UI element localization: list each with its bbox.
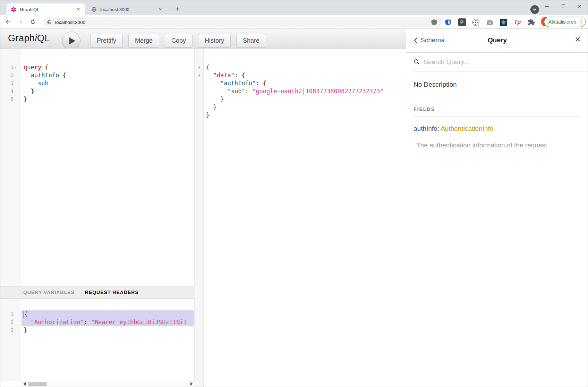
fold-spacer [195, 111, 203, 119]
gutter-line: 2 [0, 71, 21, 79]
secondary-editor-tabbar: QUERY VARIABLES REQUEST HEADERS [0, 286, 195, 299]
doc-no-description: No Description [414, 81, 581, 88]
share-button[interactable]: Share [236, 34, 266, 48]
reload-button[interactable] [28, 17, 38, 27]
ublock-icon[interactable] [430, 18, 438, 27]
prettify-button[interactable]: Prettify [90, 34, 123, 48]
maximize-button[interactable] [555, 0, 571, 12]
code-line: "Authorization": "Bearer eyJhbGciOiJSUzI… [22, 318, 194, 326]
bitwarden-icon[interactable] [444, 18, 452, 27]
gutter-line: 1 [0, 310, 21, 318]
gutter-line: 4 [0, 87, 21, 95]
scrollbar-thumb[interactable] [28, 382, 46, 386]
gutter-line: 3 [0, 79, 21, 87]
minimize-button[interactable] [539, 0, 555, 12]
tab-close-icon[interactable]: ✕ [75, 6, 82, 12]
scroll-right-arrow-icon[interactable] [190, 382, 193, 386]
tab-localhost[interactable]: localhost:3000 ✕ [87, 3, 167, 15]
code-line: } [204, 95, 406, 103]
minimize-icon [545, 6, 549, 7]
code-line: "data": { [204, 71, 406, 79]
tab-separator [169, 6, 169, 12]
tab-close-icon[interactable]: ✕ [157, 6, 163, 12]
code-line: sub [22, 79, 194, 87]
tab-graphiql[interactable]: GraphiQL ✕ [7, 3, 85, 15]
extension-icons: P Tp [430, 17, 536, 27]
query-editor-code[interactable]: query { authInfo { sub }} [22, 49, 194, 286]
new-tab-button[interactable]: + [173, 5, 182, 14]
code-line: } [22, 95, 194, 103]
execute-query-button[interactable] [62, 32, 80, 50]
chrome-update-chevron-icon[interactable] [530, 5, 539, 14]
code-line: authInfo { [22, 71, 194, 79]
horizontal-scrollbar[interactable] [22, 381, 195, 387]
globe-icon [91, 7, 97, 12]
doc-field-row: authInfo: AuthenticationInfo [414, 125, 581, 132]
back-button[interactable] [3, 17, 13, 27]
query-editor-gutter: 1▾2345 [0, 49, 21, 286]
headers-editor-gutter: 123 [0, 299, 21, 381]
code-line: query { [22, 63, 194, 71]
tab-title: GraphiQL [20, 7, 72, 12]
camera-icon[interactable] [485, 18, 494, 27]
history-button[interactable]: History [198, 34, 231, 48]
merge-button[interactable]: Merge [128, 34, 159, 48]
code-line: } [22, 326, 194, 334]
window-controls: ✕ [539, 0, 588, 12]
site-globe-icon [47, 20, 52, 25]
doc-close-icon[interactable]: ✕ [574, 36, 581, 43]
maximize-icon [562, 5, 565, 8]
forward-button[interactable] [16, 17, 25, 27]
copy-button[interactable]: Copy [165, 34, 193, 48]
graphiql-logo: GraphiQL [8, 33, 50, 44]
gutter-line: 3 [0, 326, 21, 334]
p-extension-icon[interactable]: P [458, 18, 466, 27]
headers-editor-code[interactable]: { "Authorization": "Bearer eyJhbGciOiJSU… [22, 299, 194, 381]
doc-explorer-header: Schema Query ✕ [406, 29, 588, 53]
doc-body: No Description FIELDS authInfo: Authenti… [414, 71, 581, 149]
graphiql-toolbar-buttons: Prettify Merge Copy History Share [90, 34, 266, 48]
gutter-line: 1▾ [0, 63, 21, 71]
doc-search-input[interactable] [424, 58, 555, 66]
react-devtools-icon[interactable] [499, 18, 508, 27]
tab-request-headers[interactable]: REQUEST HEADERS [85, 290, 139, 295]
gutter-line: 2 [0, 318, 21, 326]
doc-explorer-panel: Schema Query ✕ No Description FIELDS aut… [406, 29, 588, 387]
tp-extension-icon[interactable]: Tp [513, 18, 522, 27]
result-json: { "data": { "authInfo": { "sub": "google… [204, 49, 406, 387]
doc-title: Query [406, 36, 588, 44]
fold-spacer [195, 87, 203, 95]
update-browser-button[interactable]: Aktualisieren ⋮ [544, 17, 586, 27]
code-line: { [22, 310, 194, 318]
result-pane[interactable]: ▾▾ { "data": { "authInfo": { "sub": "goo… [195, 49, 406, 387]
tab-query-variables[interactable]: QUERY VARIABLES [23, 290, 75, 295]
doc-search-row [414, 53, 588, 71]
doc-field-name-link[interactable]: authInfo [414, 125, 437, 132]
extensions-puzzle-icon[interactable] [527, 18, 536, 27]
move-cursor-icon[interactable] [471, 18, 480, 27]
fold-arrow-icon[interactable]: ▾ [14, 63, 18, 71]
code-line: "authInfo": { [204, 79, 406, 87]
chrome-menu-icon[interactable]: ⋮ [578, 19, 583, 25]
doc-field-description: The authentication information of the re… [416, 141, 581, 149]
address-bar[interactable]: localhost:3000 [43, 17, 442, 27]
code-line: } [22, 87, 194, 95]
doc-fields-header: FIELDS [414, 106, 581, 112]
fold-spacer [195, 95, 203, 103]
close-button[interactable]: ✕ [571, 0, 588, 12]
fold-arrow-icon[interactable]: ▾ [195, 63, 203, 71]
code-line: { [204, 63, 406, 71]
result-fold-gutter: ▾▾ [195, 49, 204, 387]
fold-spacer [195, 79, 203, 87]
update-label: Aktualisieren [548, 19, 576, 25]
code-line: } [204, 103, 406, 111]
request-headers-editor-pane[interactable]: 123 { "Authorization": "Bearer eyJhbGciO… [0, 299, 195, 381]
tab-strip: GraphiQL ✕ localhost:3000 ✕ + ✕ [0, 0, 588, 15]
query-editor-pane[interactable]: 1▾2345 query { authInfo { sub }} [0, 49, 195, 286]
doc-field-type-link[interactable]: AuthenticationInfo [441, 125, 493, 132]
graphiql-favicon [11, 7, 16, 12]
fold-arrow-icon[interactable]: ▾ [195, 71, 203, 79]
url-text: localhost:3000 [55, 20, 85, 25]
scroll-left-arrow-icon[interactable] [23, 382, 26, 386]
browser-window: GraphiQL ✕ localhost:3000 ✕ + ✕ [0, 0, 588, 387]
